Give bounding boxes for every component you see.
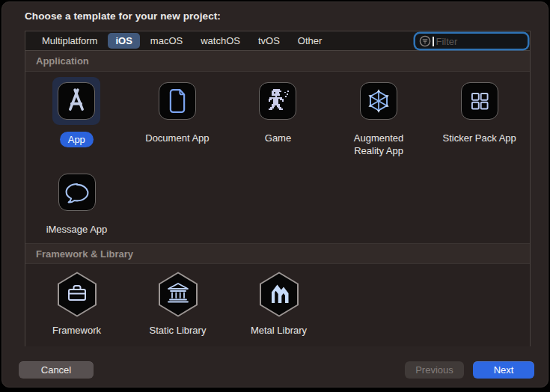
- filter-placeholder: Filter: [436, 36, 458, 47]
- filter-input[interactable]: Filter: [415, 34, 528, 49]
- tab-multiplatform[interactable]: Multiplatform: [34, 33, 105, 49]
- dialog-title: Choose a template for your new project:: [25, 10, 221, 22]
- template-table: Multiplatform iOS macOS watchOS tvOS Oth…: [25, 31, 531, 346]
- document-icon: [159, 82, 196, 120]
- bank-hexagon-icon: [154, 270, 202, 318]
- application-grid: App Document App: [25, 72, 530, 243]
- template-label: Sticker Pack App: [443, 132, 516, 144]
- template-app[interactable]: App: [26, 77, 127, 162]
- template-game[interactable]: Game: [227, 77, 329, 162]
- selection-highlight: [52, 77, 100, 125]
- template-label: Augmented Reality App: [344, 132, 413, 157]
- tab-watchos[interactable]: watchOS: [193, 33, 248, 49]
- template-label: Game: [265, 132, 291, 144]
- template-sticker-pack-app[interactable]: Sticker Pack App: [429, 77, 530, 162]
- template-imessage-app[interactable]: iMessage App: [26, 168, 127, 253]
- game-sprite-icon: [259, 82, 296, 120]
- tab-other[interactable]: Other: [290, 33, 330, 49]
- text-caret: [433, 37, 434, 46]
- framework-grid: Framework: [25, 264, 530, 346]
- template-document-app[interactable]: Document App: [127, 77, 228, 162]
- template-label: App: [60, 132, 94, 147]
- template-augmented-reality-app[interactable]: Augmented Reality App: [329, 77, 430, 162]
- section-title: Application: [36, 55, 89, 67]
- platform-tabbar: Multiplatform iOS macOS watchOS tvOS Oth…: [25, 31, 530, 51]
- template-label: Framework: [52, 324, 101, 337]
- template-label: Document App: [145, 132, 209, 144]
- appstore-icon: [58, 82, 95, 120]
- section-header-application: Application: [25, 51, 530, 72]
- template-label: Static Library: [150, 324, 207, 337]
- template-metal-library[interactable]: Metal Library: [228, 270, 329, 337]
- section-title: Framework & Library: [36, 248, 133, 260]
- template-label: Metal Library: [251, 324, 307, 337]
- metal-hexagon-icon: [255, 270, 303, 318]
- template-chooser-dialog: Choose a template for your new project: …: [1, 1, 549, 388]
- filter-icon: [418, 34, 432, 48]
- cancel-button[interactable]: Cancel: [19, 361, 94, 379]
- next-button[interactable]: Next: [473, 361, 534, 379]
- section-header-framework-library: Framework & Library: [25, 243, 530, 264]
- template-label: iMessage App: [46, 223, 108, 236]
- tab-tvos[interactable]: tvOS: [251, 33, 287, 49]
- tab-macos[interactable]: macOS: [143, 33, 190, 49]
- briefcase-hexagon-icon: [53, 270, 101, 318]
- tab-ios[interactable]: iOS: [108, 33, 139, 49]
- sticker-grid-icon: [461, 82, 498, 120]
- message-bubble-icon: [58, 174, 96, 211]
- ar-cube-icon: [360, 82, 397, 120]
- screen: Choose a template for your new project: …: [0, 0, 550, 392]
- previous-button[interactable]: Previous: [405, 361, 464, 379]
- template-framework[interactable]: Framework: [26, 270, 127, 337]
- template-static-library[interactable]: Static Library: [127, 270, 228, 337]
